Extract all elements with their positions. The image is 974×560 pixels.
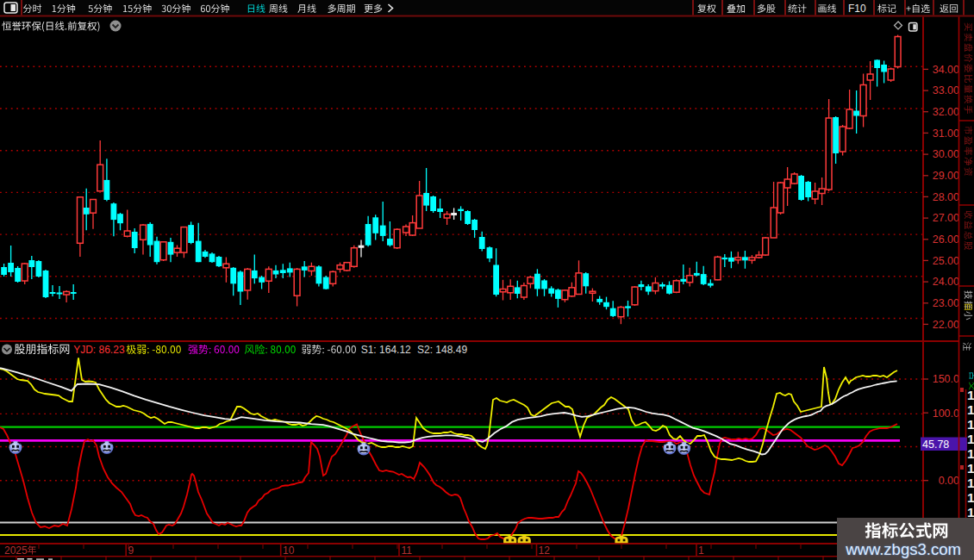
svg-text:S2: 148.49: S2: 148.49	[417, 344, 467, 356]
svg-text:100.0: 100.0	[933, 408, 959, 420]
svg-text:28.00: 28.00	[933, 191, 959, 203]
svg-text:www.zbgs3.com: www.zbgs3.com	[845, 540, 961, 558]
svg-text:30.00: 30.00	[933, 148, 959, 160]
svg-text:2025: 2025	[4, 544, 28, 557]
svg-text:YJD: 86.23: YJD: 86.23	[73, 344, 125, 356]
svg-text:12: 12	[539, 544, 551, 557]
svg-text:27.00: 27.00	[933, 212, 959, 224]
svg-text:1: 1	[967, 417, 974, 432]
svg-text:9: 9	[128, 544, 134, 557]
svg-text:1: 1	[967, 505, 974, 520]
svg-text:33.00: 33.00	[933, 84, 959, 96]
svg-text:23.00: 23.00	[933, 297, 959, 309]
svg-text:34.00: 34.00	[933, 64, 959, 76]
svg-text:25.00: 25.00	[933, 255, 959, 267]
svg-text:24.00: 24.00	[933, 276, 959, 288]
svg-text:0.00: 0.00	[939, 475, 959, 487]
svg-text:1: 1	[967, 461, 974, 476]
svg-text:1: 1	[967, 446, 974, 461]
svg-text:1: 1	[967, 388, 974, 402]
svg-text:26.00: 26.00	[933, 233, 959, 246]
svg-text:22.00: 22.00	[933, 319, 959, 331]
svg-text:32.00: 32.00	[933, 106, 959, 118]
svg-text:S1: 164.12: S1: 164.12	[361, 344, 411, 356]
svg-text:1: 1	[967, 490, 974, 505]
svg-text:F10: F10	[848, 3, 866, 15]
svg-text:1: 1	[967, 432, 974, 446]
svg-text:31.00: 31.00	[933, 128, 959, 140]
svg-text:11: 11	[402, 544, 413, 557]
svg-text:10: 10	[283, 544, 295, 557]
svg-text:45.78: 45.78	[922, 439, 949, 451]
svg-text:150.0: 150.0	[933, 373, 959, 385]
svg-text:1: 1	[967, 402, 974, 417]
svg-text:1: 1	[698, 544, 704, 557]
svg-text:1: 1	[967, 476, 974, 490]
svg-text:29.00: 29.00	[933, 170, 959, 182]
